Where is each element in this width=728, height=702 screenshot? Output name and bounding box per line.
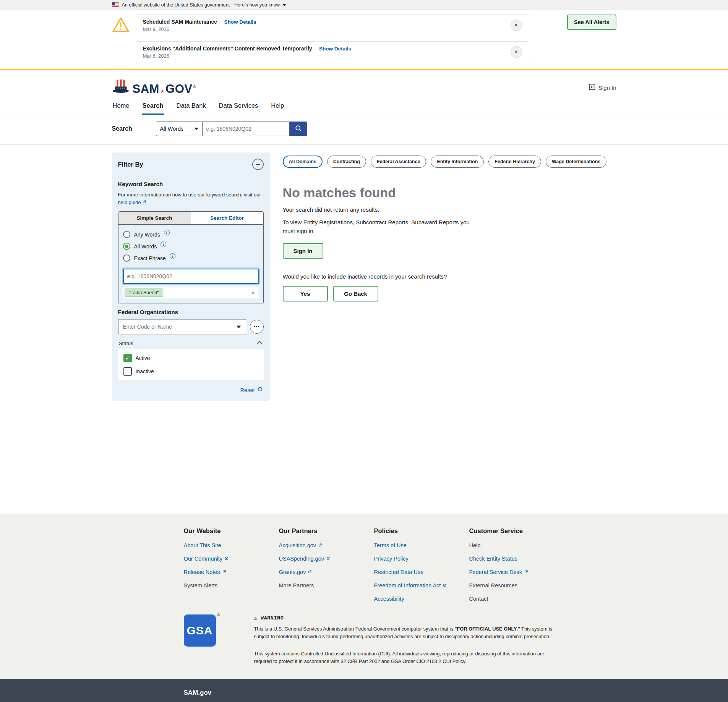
footer-link-accessibility[interactable]: Accessibility: [374, 596, 469, 602]
pill-contracting[interactable]: Contracting: [327, 156, 366, 168]
warning-text-block: ⚠ WARNING This is a U.S. General Service…: [254, 614, 562, 666]
gsa-warning-block: GSA ® ⚠ WARNING This is a U.S. General S…: [184, 614, 616, 675]
sign-in-note: To view Entity Registrations, Subcontrac…: [283, 218, 476, 235]
radio-any-words[interactable]: Any Words: [123, 231, 259, 238]
page: An official website of the United States…: [0, 0, 728, 702]
gov-banner-text: An official website of the United States…: [122, 2, 230, 8]
registered-mark: ®: [217, 613, 220, 617]
collapse-panel-icon[interactable]: [252, 159, 264, 170]
ellipsis-icon: …: [253, 321, 260, 329]
search-label: Search: [112, 125, 156, 132]
pill-federal-hierarchy[interactable]: Federal Hierarchy: [488, 156, 541, 168]
logo-text: SAM★GOV®: [133, 82, 196, 96]
footer-link-more-partners[interactable]: More Partners: [279, 582, 374, 589]
warning-paragraph-1: This is a U.S. General Services Administ…: [254, 625, 562, 641]
nav-data-services[interactable]: Data Services: [218, 100, 259, 115]
alert-date: Mar 9, 2026: [143, 26, 256, 32]
nav-help[interactable]: Help: [270, 100, 285, 115]
search-icon: [295, 125, 302, 133]
external-link-icon: [142, 199, 146, 205]
inactive-records-question: Would you like to include inactive recor…: [283, 273, 616, 280]
red-star-icon: ★: [160, 88, 165, 94]
go-back-button[interactable]: Go Back: [333, 286, 378, 302]
checkbox-inactive[interactable]: Inactive: [123, 367, 258, 376]
simple-search-content: Any Words All Words Exact Phrase: [118, 225, 264, 303]
no-results-text: Your search did not return any results.: [283, 206, 616, 213]
footer-link-our-community[interactable]: Our Community: [184, 556, 279, 562]
chip-remove-icon[interactable]: ×: [251, 290, 255, 295]
footer-link-system-alerts[interactable]: System Alerts: [184, 582, 279, 589]
footer-link-usaspending-gov[interactable]: USASpending.gov: [279, 556, 374, 562]
keyword-tabs: Simple Search Search Editor: [118, 211, 264, 225]
external-link-icon: [222, 569, 226, 575]
chevron-up-icon: [257, 341, 262, 346]
sam-gov-logo[interactable]: SAM★GOV®: [112, 79, 196, 96]
see-all-alerts-button[interactable]: See All Alerts: [567, 15, 616, 30]
sign-in-button[interactable]: Sign In: [283, 243, 323, 259]
help-guide-link[interactable]: help guide: [118, 199, 141, 205]
footer-link-privacy-policy[interactable]: Privacy Policy: [374, 556, 469, 562]
keyword-search-title: Keyword Search: [118, 181, 264, 187]
search-input[interactable]: [203, 122, 290, 136]
search-button[interactable]: [290, 122, 307, 136]
pill-entity-information[interactable]: Entity Information: [431, 156, 484, 168]
alert-show-details-link[interactable]: Show Details: [319, 46, 351, 52]
pill-all-domains[interactable]: All Domains: [283, 156, 323, 168]
close-icon[interactable]: ×: [511, 46, 522, 58]
more-options-button[interactable]: …: [250, 320, 264, 334]
footer-link-grants-gov[interactable]: Grants.gov: [279, 569, 374, 575]
registered-mark: ®: [193, 85, 196, 89]
radio-all-words[interactable]: All Words: [123, 243, 259, 250]
footer-link-restricted-data-use[interactable]: Restricted Data Use: [374, 569, 469, 575]
external-link-icon: [443, 582, 447, 589]
federal-organizations-combobox[interactable]: Enter Code or Name: [118, 319, 246, 334]
site-header: SAM★GOV® Sign In: [0, 70, 728, 100]
footer-link-check-entity-status[interactable]: Check Entity Status: [469, 556, 564, 562]
close-icon[interactable]: ×: [511, 19, 522, 31]
pill-wage-determinations[interactable]: Wage Determinations: [546, 156, 606, 168]
external-link-icon: [524, 569, 528, 575]
status-section-header[interactable]: Status: [119, 340, 263, 346]
nav-home[interactable]: Home: [112, 100, 130, 115]
footer-link-about-this-site[interactable]: About This Site: [184, 542, 279, 548]
radio-exact-phrase[interactable]: Exact Phrase: [123, 255, 259, 262]
gov-banner-how-link[interactable]: Here’s how you know: [234, 2, 280, 8]
info-icon[interactable]: [161, 242, 166, 247]
pill-federal-assistance[interactable]: Federal Assistance: [371, 156, 426, 168]
us-flag-icon: [112, 2, 119, 8]
keyword-search-input[interactable]: [123, 269, 259, 284]
reset-filters-link[interactable]: Reset: [240, 387, 255, 393]
checkbox-active[interactable]: ✓ Active: [123, 354, 258, 362]
info-icon[interactable]: [170, 253, 175, 259]
footer-sam-gov-title: SAM.gov: [184, 689, 616, 697]
nav-data-bank[interactable]: Data Bank: [176, 100, 207, 115]
footer-link-acquisition-gov[interactable]: Acquisition.gov: [279, 542, 374, 548]
warning-triangle-icon: [112, 15, 136, 34]
chevron-down-icon: [283, 4, 286, 6]
footer-link-release-notes[interactable]: Release Notes: [184, 569, 279, 575]
nav-search[interactable]: Search: [142, 100, 164, 115]
info-icon[interactable]: [164, 230, 170, 235]
identifier-footer: SAM.gov An official website of the U.S. …: [0, 679, 728, 702]
footer-link-help[interactable]: Help: [469, 542, 564, 548]
results-panel: All Domains Contracting Federal Assistan…: [283, 152, 616, 302]
main-content: Filter By Keyword Search For more inform…: [112, 145, 616, 514]
alerts-section: Scheduled SAM Maintenance Show Details M…: [0, 10, 728, 70]
search-mode-select[interactable]: All Words: [156, 122, 203, 136]
warning-icon: ⚠: [254, 614, 258, 622]
footer-col-our-website: Our Website About This Site Our Communit…: [184, 523, 279, 609]
footer-link-federal-service-desk[interactable]: Federal Service Desk: [469, 569, 564, 575]
footer-link-foia[interactable]: Freedom of Information Act: [374, 582, 469, 589]
footer-link-contact[interactable]: Contact: [469, 596, 564, 602]
footer-col-policies: Policies Terms of Use Privacy Policy Res…: [374, 523, 469, 609]
search-bar-row: Search All Words: [0, 115, 728, 145]
external-link-icon: [308, 569, 312, 575]
yes-button[interactable]: Yes: [283, 286, 328, 302]
footer-link-external-resources[interactable]: External Resources: [469, 582, 564, 589]
sign-in-link[interactable]: Sign In: [589, 83, 616, 92]
footer-link-terms-of-use[interactable]: Terms of Use: [374, 542, 469, 548]
tab-search-editor[interactable]: Search Editor: [191, 212, 263, 224]
alert-show-details-link[interactable]: Show Details: [224, 19, 256, 25]
tab-simple-search[interactable]: Simple Search: [118, 212, 191, 224]
alert-title: Scheduled SAM Maintenance: [143, 19, 217, 25]
